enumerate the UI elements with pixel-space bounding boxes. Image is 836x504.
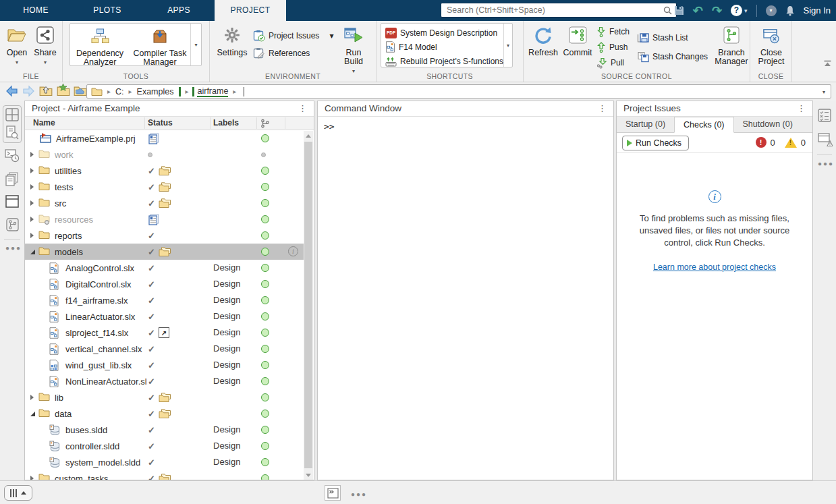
redo-icon[interactable]: ↷ xyxy=(712,3,722,18)
scroll-up-icon[interactable] xyxy=(304,131,313,140)
table-row[interactable]: lib ✓ ↗ i xyxy=(25,389,304,405)
shortcut-rebuild-sfunctions[interactable]: Rebuild Project's S-functions xyxy=(385,54,503,68)
sign-in-button[interactable]: Sign In xyxy=(804,5,831,16)
column-header-labels[interactable]: Labels xyxy=(213,118,239,128)
issues-tab[interactable]: Checks (0) xyxy=(674,117,733,133)
dependency-analyzer-button[interactable]: Dependency Analyzer xyxy=(70,25,130,67)
more-panels-icon[interactable]: ●●● xyxy=(5,244,22,252)
table-row[interactable]: custom_tasks ✓ ↗ i xyxy=(25,470,304,480)
expand-arrow-icon[interactable] xyxy=(30,412,38,416)
scroll-down-icon[interactable] xyxy=(304,470,313,480)
table-row[interactable]: AirframeExample.prj ✓ ↗ i xyxy=(25,130,304,146)
shortcut-system-design-description[interactable]: PDF System Design Description xyxy=(385,26,503,40)
expand-arrow-icon[interactable] xyxy=(30,233,38,238)
statusbar-more-icon[interactable]: ●●● xyxy=(351,491,367,498)
table-row[interactable]: data ✓ ↗ i xyxy=(25,405,304,422)
table-row[interactable]: wind_gust_lib.slx ✓ ↗ Design i xyxy=(25,357,304,373)
table-row[interactable]: tests ✓ ↗ i xyxy=(25,179,304,195)
stash-list-button[interactable]: Stash List xyxy=(637,30,688,45)
back-icon[interactable] xyxy=(5,85,18,97)
minimized-command-window-button[interactable] xyxy=(325,485,341,501)
command-history-icon[interactable] xyxy=(5,149,20,163)
expand-arrow-icon[interactable] xyxy=(30,200,38,206)
issues-panel-icon[interactable] xyxy=(818,133,833,147)
open-button[interactable]: Open ▾ xyxy=(4,24,30,65)
ribbon-tab[interactable]: PLOTS xyxy=(72,0,143,21)
table-row[interactable]: work ✓ ↗ i xyxy=(25,146,304,163)
references-button[interactable]: References xyxy=(253,47,310,59)
layout-grid-icon[interactable] xyxy=(5,108,19,121)
panel-menu-icon[interactable]: ⋮ xyxy=(797,101,806,116)
file-search-icon[interactable] xyxy=(5,125,19,140)
issues-tab[interactable]: Shutdown (0) xyxy=(734,117,802,132)
expand-arrow-icon[interactable] xyxy=(30,184,38,190)
panel-layout-button[interactable] xyxy=(4,485,32,501)
table-row[interactable]: reports ✓ ↗ i xyxy=(25,227,304,244)
expand-arrow-icon[interactable] xyxy=(30,152,38,157)
pull-button[interactable]: Pull xyxy=(596,55,624,70)
expand-arrow-icon[interactable] xyxy=(30,217,38,222)
search-input[interactable] xyxy=(447,4,656,16)
table-row[interactable]: buses.sldd ✓ ↗ Design i xyxy=(25,422,304,438)
compiler-task-manager-button[interactable]: Compiler Task Manager xyxy=(130,25,190,67)
collapse-ribbon-button[interactable] xyxy=(823,60,832,67)
column-header-name[interactable]: Name xyxy=(33,118,55,128)
global-search[interactable] xyxy=(441,3,677,18)
git-branch-panel-icon[interactable] xyxy=(6,218,19,231)
ribbon-tab[interactable]: APPS xyxy=(143,0,215,21)
command-prompt[interactable]: >> xyxy=(318,117,613,132)
breadcrumb-folder[interactable]: Examples xyxy=(137,87,174,96)
close-project-button[interactable]: Close Project xyxy=(755,24,787,66)
table-row[interactable]: models ✓ ↗ i xyxy=(25,244,304,260)
shortcut-f14-model[interactable]: F14 Model xyxy=(385,40,503,54)
breadcrumb-drive[interactable]: C: xyxy=(115,87,124,96)
share-button[interactable]: Share ▾ xyxy=(32,24,59,65)
project-issues-button[interactable]: Project Issues ▾ xyxy=(253,30,333,42)
new-folder-icon[interactable] xyxy=(57,85,70,97)
save-icon[interactable] xyxy=(674,5,684,16)
column-header-git-icon[interactable] xyxy=(260,119,270,128)
panel-menu-icon[interactable]: ⋮ xyxy=(598,101,607,116)
table-row[interactable]: controller.sldd ✓ ↗ Design i xyxy=(25,438,304,454)
browse-folder-icon[interactable] xyxy=(74,85,87,97)
checklist-panel-icon[interactable] xyxy=(818,109,831,122)
breadcrumb-folder-current[interactable]: airframe xyxy=(197,86,228,97)
expand-arrow-icon[interactable] xyxy=(30,395,38,400)
up-one-level-icon[interactable] xyxy=(39,85,53,97)
expand-arrow-icon[interactable] xyxy=(30,250,38,254)
table-row[interactable]: resources ✓ ↗ i xyxy=(25,211,304,227)
refresh-button[interactable]: Refresh xyxy=(526,24,560,57)
expand-arrow-icon[interactable] xyxy=(30,168,38,173)
undo-icon[interactable]: ↶ xyxy=(693,3,703,18)
table-row[interactable]: system_model.sldd ✓ ↗ Design i xyxy=(25,454,304,470)
forward-icon[interactable] xyxy=(22,85,35,97)
table-row[interactable]: f14_airframe.slx ✓ ↗ Design i xyxy=(25,292,304,308)
ribbon-tab[interactable]: PROJECT xyxy=(215,0,286,21)
table-row[interactable]: LinearActuator.slx ✓ ↗ Design i xyxy=(25,308,304,325)
desktop-layout-button[interactable]: ▾ xyxy=(766,5,777,16)
document-stack-icon[interactable] xyxy=(5,172,19,186)
tools-gallery-dropdown[interactable]: ▾ xyxy=(190,24,201,65)
panel-menu-icon[interactable]: ⋮ xyxy=(298,101,307,116)
table-row[interactable]: utilities ✓ ↗ i xyxy=(25,163,304,179)
table-row[interactable]: vertical_channel.slx ✓ ↗ Design i xyxy=(25,341,304,357)
expand-arrow-icon[interactable] xyxy=(30,476,38,480)
branch-manager-button[interactable]: Branch Manager xyxy=(714,24,749,66)
table-row[interactable]: DigitalControl.slx ✓ ↗ Design i xyxy=(25,276,304,292)
shortcuts-gallery-dropdown[interactable]: ▾ xyxy=(503,24,512,67)
table-row[interactable]: src ✓ ↗ i xyxy=(25,195,304,211)
push-button[interactable]: Push xyxy=(596,40,628,55)
info-icon[interactable]: i xyxy=(288,246,298,256)
tree-scrollbar[interactable] xyxy=(304,131,313,480)
fetch-button[interactable]: Fetch xyxy=(596,24,630,39)
stash-changes-button[interactable]: Stash Changes xyxy=(637,49,708,64)
column-header-status[interactable]: Status xyxy=(148,118,173,128)
chevron-down-icon[interactable]: ▾ xyxy=(823,89,825,95)
run-build-button[interactable]: Run Build ▾ xyxy=(335,24,372,74)
table-row[interactable]: slproject_f14.slx ✓ ↗ Design i xyxy=(25,325,304,341)
project-panel-icon[interactable] xyxy=(5,195,19,208)
settings-button[interactable]: Settings xyxy=(215,24,249,57)
scrollbar-thumb[interactable] xyxy=(304,142,312,468)
learn-more-link[interactable]: Learn more about project checks xyxy=(653,262,776,272)
table-row[interactable]: AnalogControl.slx ✓ ↗ Design i xyxy=(25,260,304,276)
